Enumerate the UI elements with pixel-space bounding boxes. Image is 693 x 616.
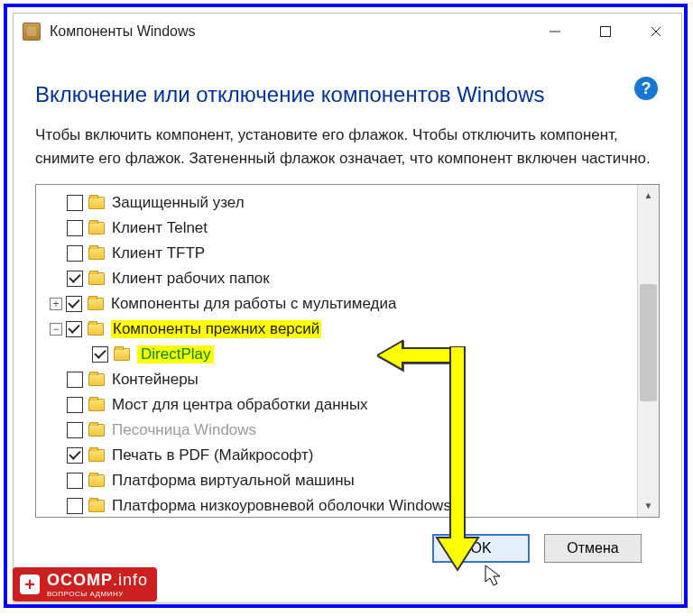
tree-row[interactable]: +Компоненты для работы с мультимедиа — [40, 291, 637, 317]
checkbox[interactable] — [66, 321, 82, 337]
folder-icon — [88, 474, 105, 487]
tree-row[interactable]: DirectPlay — [40, 342, 637, 367]
tree-item-label: Песочница Windows — [112, 421, 256, 439]
checkbox[interactable] — [67, 271, 83, 287]
tree-item-label: Клиент TFTP — [112, 244, 205, 262]
dialog-footer: OK Отмена — [35, 518, 660, 563]
tree-item-label: Клиент Telnet — [112, 219, 208, 237]
checkbox[interactable] — [67, 397, 83, 413]
folder-icon — [88, 399, 105, 411]
page-heading: Включение или отключение компонентов Win… — [35, 82, 660, 107]
collapse-icon[interactable]: − — [50, 323, 62, 336]
titlebar: Компоненты Windows — [14, 14, 681, 50]
scroll-down-button[interactable]: ▼ — [638, 495, 659, 517]
folder-icon — [88, 323, 104, 336]
folder-icon — [88, 500, 105, 512]
tree-item-label: Контейнеры — [112, 371, 199, 389]
close-icon — [650, 25, 662, 38]
folder-icon — [88, 298, 104, 310]
page-description: Чтобы включить компонент, установите его… — [35, 124, 660, 171]
watermark-plus-icon: + — [20, 575, 40, 594]
folder-icon — [88, 424, 105, 437]
checkbox[interactable] — [67, 245, 83, 262]
tree-row[interactable]: Клиент рабочих папок — [40, 266, 637, 291]
app-icon — [23, 23, 41, 41]
tree-item-label: Клиент рабочих папок — [112, 270, 270, 288]
folder-icon — [88, 197, 105, 209]
folder-icon — [88, 272, 105, 285]
folder-icon — [88, 373, 105, 386]
window-title: Компоненты Windows — [50, 23, 196, 40]
window: Компоненты Windows ? Включение или отклю… — [13, 13, 682, 603]
close-button[interactable] — [631, 14, 681, 50]
ok-button[interactable]: OK — [432, 534, 530, 563]
folder-icon — [88, 449, 105, 462]
checkbox[interactable] — [67, 498, 83, 514]
tree-item-label: Печать в PDF (Майкрософт) — [112, 446, 313, 464]
content-area: ? Включение или отключение компонентов W… — [14, 50, 681, 563]
tree-item-label: Платформа низкоуровневой оболочки Window… — [112, 497, 451, 515]
checkbox[interactable] — [67, 220, 83, 236]
watermark-brand: OCOMP — [47, 571, 113, 589]
checkbox[interactable] — [67, 195, 83, 211]
minimize-button[interactable] — [530, 14, 580, 50]
tree-row[interactable]: Печать в PDF (Майкрософт) — [40, 443, 637, 468]
checkbox[interactable] — [66, 296, 82, 312]
maximize-icon — [599, 25, 612, 38]
tree-row[interactable]: Контейнеры — [40, 367, 637, 392]
checkbox[interactable] — [67, 447, 83, 464]
folder-icon — [88, 222, 105, 234]
tree-row[interactable]: Платформа виртуальной машины — [40, 468, 637, 493]
tree-row[interactable]: Платформа низкоуровневой оболочки Window… — [40, 493, 637, 518]
tree-item-label: DirectPlay — [137, 345, 214, 363]
tree-item-label: Компоненты для работы с мультимедиа — [111, 295, 396, 313]
svg-rect-1 — [601, 27, 611, 37]
expand-icon[interactable]: + — [50, 298, 62, 310]
tree-row[interactable]: Клиент Telnet — [40, 216, 637, 241]
maximize-button[interactable] — [580, 14, 631, 50]
folder-icon — [114, 348, 130, 361]
window-buttons — [530, 14, 681, 50]
cancel-button[interactable]: Отмена — [544, 534, 642, 563]
watermark-tld: .info — [113, 571, 148, 589]
scrollbar[interactable]: ▲ ▼ — [637, 185, 659, 517]
minimize-icon — [549, 25, 561, 38]
checkbox[interactable] — [67, 422, 83, 438]
checkbox[interactable] — [92, 346, 108, 363]
tree-row[interactable]: Песочница Windows — [40, 418, 637, 443]
scroll-thumb[interactable] — [640, 284, 657, 401]
tree-item-label: Защищенный узел — [112, 194, 245, 212]
folder-icon — [88, 247, 105, 260]
tree-row[interactable]: Клиент TFTP — [40, 241, 637, 266]
scroll-up-button[interactable]: ▲ — [638, 185, 659, 207]
feature-tree: Защищенный узелКлиент TelnetКлиент TFTPК… — [35, 184, 660, 518]
tree-row[interactable]: −Компоненты прежних версий — [40, 317, 637, 342]
tree-row[interactable]: Защищенный узел — [40, 190, 637, 216]
checkbox[interactable] — [67, 372, 83, 388]
help-button[interactable]: ? — [634, 77, 658, 100]
tree-item-label: Платформа виртуальной машины — [112, 472, 355, 490]
checkbox[interactable] — [67, 473, 83, 489]
tree-item-label: Компоненты прежних версий — [111, 320, 321, 338]
tree-row[interactable]: Мост для центра обработки данных — [40, 392, 637, 418]
watermark-sub: ВОПРОСЫ АДМИНУ — [47, 590, 148, 598]
tree-item-label: Мост для центра обработки данных — [112, 396, 368, 414]
watermark: + OCOMP.info ВОПРОСЫ АДМИНУ — [13, 567, 157, 602]
